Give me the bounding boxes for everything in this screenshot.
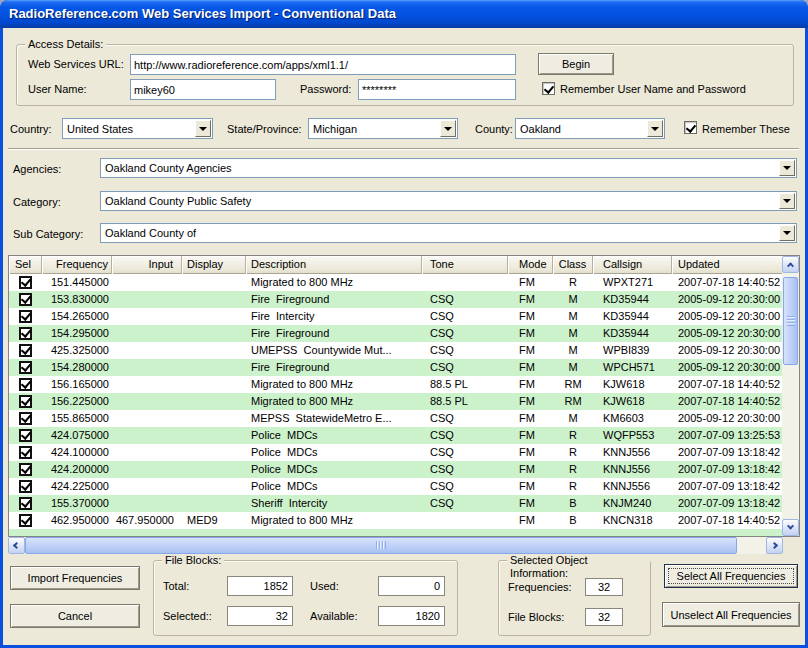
- table-row[interactable]: 425.325000UMEPSS Countywide Mut...CSQFMM…: [9, 342, 782, 359]
- row-select-checkbox-cell[interactable]: [9, 495, 42, 512]
- row-select-checkbox[interactable]: [19, 276, 32, 289]
- cell-display: [182, 376, 246, 393]
- table-row[interactable]: 155.865000MEPSS StatewideMetro E...CSQFM…: [9, 410, 782, 427]
- cell-updated: 2005-09-12 20:30:00: [672, 359, 782, 376]
- table-row[interactable]: 151.445000Migrated to 800 MHzFMRWPXT2712…: [9, 274, 782, 291]
- scroll-right-button[interactable]: [766, 537, 783, 554]
- category-dropdown-button[interactable]: [779, 193, 795, 209]
- cell-tone: 88.5 PL: [422, 393, 508, 410]
- column-header-tone[interactable]: Tone: [422, 256, 508, 274]
- row-select-checkbox-cell[interactable]: [9, 376, 42, 393]
- column-header-display[interactable]: Display: [182, 256, 246, 274]
- user-name-input[interactable]: [130, 79, 276, 100]
- row-select-checkbox[interactable]: [19, 480, 32, 493]
- table-row[interactable]: 424.200000Police MDCsCSQFMRKNNJ5562007-0…: [9, 461, 782, 478]
- row-select-checkbox[interactable]: [19, 361, 32, 374]
- title-bar[interactable]: RadioReference.com Web Services Import -…: [0, 0, 808, 28]
- row-select-checkbox-cell[interactable]: [9, 478, 42, 495]
- cell-input: [112, 410, 182, 427]
- country-dropdown[interactable]: United States: [62, 118, 213, 139]
- remember-credentials-checkbox[interactable]: [542, 82, 555, 95]
- begin-button[interactable]: Begin: [538, 53, 614, 75]
- state-dropdown-button[interactable]: [440, 120, 456, 137]
- county-dropdown-button[interactable]: [647, 120, 663, 137]
- column-header-class[interactable]: Class: [553, 256, 593, 274]
- horizontal-scrollbar[interactable]: [8, 537, 783, 554]
- horizontal-scrollbar-thumb[interactable]: [25, 537, 737, 554]
- table-row[interactable]: 154.265000Fire IntercityCSQFMMKD35944200…: [9, 308, 782, 325]
- cell-input: [112, 461, 182, 478]
- cell-callsign: KNCN318: [593, 512, 672, 529]
- scroll-down-button[interactable]: [782, 519, 799, 536]
- column-header-updated[interactable]: Updated: [672, 256, 782, 274]
- row-select-checkbox-cell[interactable]: [9, 274, 42, 291]
- table-row[interactable]: 154.295000Fire FiregroundCSQFMMKD3594420…: [9, 325, 782, 342]
- select-all-frequencies-button[interactable]: Select All Frequencies: [664, 564, 798, 588]
- scroll-left-button[interactable]: [8, 537, 25, 554]
- county-dropdown[interactable]: Oakland: [515, 118, 665, 139]
- table-row[interactable]: 462.950000467.950000MED9Migrated to 800 …: [9, 512, 782, 529]
- row-select-checkbox[interactable]: [19, 446, 32, 459]
- country-dropdown-button[interactable]: [195, 120, 211, 137]
- cell-mode: FM: [508, 461, 553, 478]
- row-select-checkbox-cell[interactable]: [9, 461, 42, 478]
- row-select-checkbox[interactable]: [19, 327, 32, 340]
- row-select-checkbox[interactable]: [19, 463, 32, 476]
- column-header-description[interactable]: Description: [246, 256, 422, 274]
- scroll-up-button[interactable]: [782, 256, 799, 273]
- vertical-scrollbar[interactable]: [782, 256, 799, 536]
- cell-tone: [422, 512, 508, 529]
- import-frequencies-button[interactable]: Import Frequencies: [10, 566, 140, 590]
- table-row[interactable]: 424.225000Police MDCsCSQFMRKNNJ5562007-0…: [9, 478, 782, 495]
- table-row[interactable]: 153.830000Fire FiregroundCSQFMMKD3594420…: [9, 291, 782, 308]
- web-services-url-input[interactable]: [130, 54, 516, 75]
- password-input[interactable]: [358, 79, 516, 100]
- row-select-checkbox-cell[interactable]: [9, 325, 42, 342]
- row-select-checkbox[interactable]: [19, 395, 32, 408]
- row-select-checkbox-cell[interactable]: [9, 308, 42, 325]
- vertical-scrollbar-thumb[interactable]: [783, 277, 798, 365]
- column-header-sel[interactable]: Sel: [9, 256, 42, 274]
- state-dropdown[interactable]: Michigan: [308, 118, 458, 139]
- table-row[interactable]: 155.370000Sheriff IntercityCSQFMBKNJM240…: [9, 495, 782, 512]
- column-header-input[interactable]: Input: [112, 256, 182, 274]
- agencies-dropdown-button[interactable]: [779, 160, 795, 176]
- row-select-checkbox-cell[interactable]: [9, 393, 42, 410]
- table-row[interactable]: 156.165000Migrated to 800 MHz88.5 PLFMRM…: [9, 376, 782, 393]
- row-select-checkbox-cell[interactable]: [9, 410, 42, 427]
- cell-class: M: [553, 342, 593, 359]
- row-select-checkbox[interactable]: [19, 412, 32, 425]
- table-row[interactable]: 424.075000Police MDCsCSQFMRWQFP5532007-0…: [9, 427, 782, 444]
- chevron-up-icon: [787, 262, 794, 269]
- row-select-checkbox-cell[interactable]: [9, 342, 42, 359]
- remember-these-checkbox[interactable]: [684, 121, 697, 134]
- row-select-checkbox[interactable]: [19, 497, 32, 510]
- row-select-checkbox-cell[interactable]: [9, 444, 42, 461]
- table-row[interactable]: 424.100000Police MDCsCSQFMRKNNJ5562007-0…: [9, 444, 782, 461]
- row-select-checkbox[interactable]: [19, 378, 32, 391]
- unselect-all-frequencies-button[interactable]: Unselect All Frequencies: [662, 602, 800, 627]
- column-header-frequency[interactable]: Frequency: [42, 256, 112, 274]
- category-dropdown[interactable]: Oakland County Public Safety: [100, 191, 797, 211]
- row-select-checkbox[interactable]: [19, 514, 32, 527]
- row-select-checkbox[interactable]: [19, 344, 32, 357]
- row-select-checkbox[interactable]: [19, 293, 32, 306]
- row-select-checkbox-cell[interactable]: [9, 291, 42, 308]
- row-select-checkbox[interactable]: [19, 429, 32, 442]
- row-select-checkbox[interactable]: [19, 310, 32, 323]
- column-header-callsign[interactable]: Callsign: [593, 256, 672, 274]
- agencies-dropdown[interactable]: Oakland County Agencies: [100, 158, 797, 178]
- column-header-mode[interactable]: Mode: [508, 256, 553, 274]
- cancel-button[interactable]: Cancel: [10, 604, 140, 628]
- cell-display: [182, 478, 246, 495]
- subcategory-dropdown-button[interactable]: [779, 225, 795, 241]
- table-header[interactable]: SelFrequencyInputDisplayDescriptionToneM…: [9, 256, 782, 274]
- cell-mode: FM: [508, 274, 553, 291]
- table-row[interactable]: 156.225000Migrated to 800 MHz88.5 PLFMRM…: [9, 393, 782, 410]
- subcategory-dropdown[interactable]: Oakland County of: [100, 223, 797, 243]
- table-row[interactable]: 154.280000Fire FiregroundCSQFMMWPCH57120…: [9, 359, 782, 376]
- selected-value: 32: [227, 606, 293, 626]
- row-select-checkbox-cell[interactable]: [9, 359, 42, 376]
- row-select-checkbox-cell[interactable]: [9, 512, 42, 529]
- row-select-checkbox-cell[interactable]: [9, 427, 42, 444]
